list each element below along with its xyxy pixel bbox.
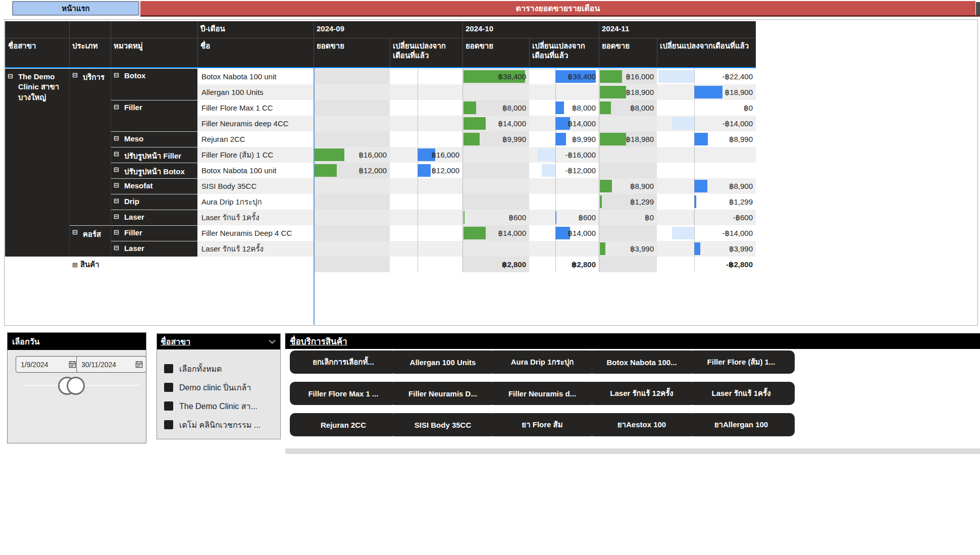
sales-value: ฿600 [462,210,526,225]
collapse-toggle-icon[interactable]: ⊟ [114,181,119,190]
column-header-change-1: เปลี่ยนแปลงจากเดือนที่แล้ว [532,41,596,61]
service-button[interactable]: Laser รักแร้ 12ครั้ง [588,382,695,405]
sales-value: ฿18,980 [599,131,654,147]
checkbox-icon[interactable] [164,420,173,429]
branch-slicer-title: ชื่อสาขา [161,335,190,348]
expand-toggle-icon[interactable]: ⊞ [72,261,78,269]
sales-column-cell-bg [462,84,529,100]
date-end-input[interactable]: 30/11/2024 [76,356,146,373]
service-button[interactable]: Allergan 100 Units [389,350,496,374]
item-name: Filler Neuramis deep 4CC [201,116,311,131]
collapse-toggle-icon[interactable]: ⊟ [114,166,119,178]
type-label: คอร์ส [83,228,101,240]
date-range-slider-track[interactable] [22,384,142,386]
change-value: ฿1,299 [657,194,753,210]
date-end-value: 30/11/2024 [81,361,116,369]
date-start-value: 1/9/2024 [21,361,48,369]
sales-value: ฿16,000 [599,69,654,84]
matrix-header-accent-line [5,67,756,68]
header-separator [69,38,70,67]
category-label: Laser [124,213,144,221]
item-name: Rejuran 2CC [201,131,311,147]
sales-value: ฿2,800 [462,257,526,272]
category-cell: ⊟ปรับรูปหน้า Filler [111,147,197,163]
service-button[interactable]: Rejuran 2CC [290,413,397,436]
service-slicer-header: ชื่อบริการสินค้า [285,333,980,349]
tab-home[interactable]: หน้าแรก [12,1,139,16]
category-label: Botox [124,71,146,80]
branch-checkbox-item[interactable]: เลือกทั้งหมด [164,362,222,375]
axis-line [694,69,695,272]
item-name: Laser รักแร้ 1ครั้ง [201,210,311,225]
branch-checkbox-label: The Demo Clinic สา... [179,400,257,413]
service-button[interactable]: ยา Flore ส้ม [489,413,596,436]
item-name: Filler Flore (ส้ม) 1 CC [201,147,311,163]
item-name: Allergan 100 Units [201,84,311,100]
collapse-toggle-icon[interactable]: ⊟ [114,228,119,237]
collapse-toggle-icon[interactable]: ⊟ [114,213,119,221]
service-button[interactable]: Botox Nabota 100... [588,350,695,374]
header-separator [462,21,463,38]
collapse-toggle-icon[interactable]: ⊟ [72,71,78,83]
service-button[interactable]: ยาAestox 100 [588,413,695,436]
collapse-toggle-icon[interactable]: ⊟ [114,103,119,112]
service-button[interactable]: Filler Flore Max 1 ... [290,382,397,405]
date-range-slider-handle-end[interactable] [67,377,85,395]
service-button[interactable]: Filler Neuramis d... [489,382,596,405]
axis-line [462,69,463,272]
header-separator [657,38,657,67]
sales-column-cell-bg [314,100,390,116]
sales-value: ฿8,000 [599,100,654,116]
collapse-toggle-icon[interactable]: ⊟ [8,72,13,103]
tab-active-page-banner[interactable]: ตารางยอดขายรายเดือน [140,1,975,15]
item-name: Laser รักแร้ 12ครั้ง [201,241,311,257]
sales-column-cell-bg [314,178,390,194]
service-slicer-scrollbar[interactable] [285,448,980,454]
change-value: -฿2,800 [657,257,753,272]
service-button[interactable]: SISI Body 35CC [389,413,496,436]
branch-checkbox-label: Demo clinic ปิ่นเกล้า [179,381,251,394]
branch-checkbox-item[interactable]: เดโม่ คลินิกเวชกรรม ... [164,418,261,431]
change-value: ฿9,990 [529,131,596,147]
date-start-input[interactable]: 1/9/2024 [16,356,80,373]
service-button[interactable]: Laser รักแร้ 1ครั้ง [688,382,795,405]
sales-column-cell-bg [314,225,390,241]
collapse-toggle-icon[interactable]: ⊟ [114,244,119,253]
collapse-toggle-icon[interactable]: ⊟ [114,150,119,162]
collapse-toggle-icon[interactable]: ⊟ [114,134,119,143]
page-title: ตารางยอดขายรายเดือน [516,2,600,15]
collapse-toggle-icon[interactable]: ⊟ [114,197,119,206]
item-name: Filler Flore Max 1 CC [201,100,311,116]
service-button[interactable]: ยาAllergan 100 [688,413,795,436]
tab-scrollbar-thumb[interactable] [976,2,980,15]
type-cell: ⊟บริการ [69,69,111,225]
category-cell: ⊟Drip [111,194,197,210]
category-label: Laser [124,244,144,253]
change-value: -฿22,400 [657,69,753,84]
service-button[interactable]: Filler Flore (ส้ม) 1... [688,350,795,374]
column-header-type: ประเภท [72,41,108,51]
header-separator [197,38,198,67]
collapse-toggle-icon[interactable]: ⊟ [114,71,119,80]
sales-value: ฿8,900 [599,178,654,194]
type-cell: ⊟คอร์ส [69,225,111,257]
collapse-toggle-icon[interactable]: ⊟ [72,228,78,240]
checkbox-icon[interactable] [164,364,173,373]
axis-line [555,69,556,272]
checkbox-icon[interactable] [164,401,173,411]
service-slicer: ชื่อบริการสินค้า ยกเลิกการเลือกทั้...All… [285,333,980,448]
chevron-down-icon[interactable] [268,339,276,344]
category-cell: ⊟Botox [111,69,197,100]
header-separator [111,21,111,38]
service-button[interactable]: ยกเลิกการเลือกทั้... [290,350,397,374]
tab-home-label: หน้าแรก [62,3,89,15]
header-month-2024-11: 2024-11 [602,24,629,34]
branch-checkbox-item[interactable]: The Demo Clinic สา... [164,399,257,413]
branch-name: The Demo Clinic สาขา บางใหญ่ [18,72,67,103]
branch-checkbox-item[interactable]: Demo clinic ปิ่นเกล้า [164,381,251,394]
service-button[interactable]: Filler Neuramis D... [389,382,496,405]
checkbox-icon[interactable] [164,383,173,392]
banner-underline [140,15,980,17]
column-header-sales-2: ยอดขาย [602,41,654,51]
service-button[interactable]: Aura Drip 1กระปุก [489,350,596,374]
